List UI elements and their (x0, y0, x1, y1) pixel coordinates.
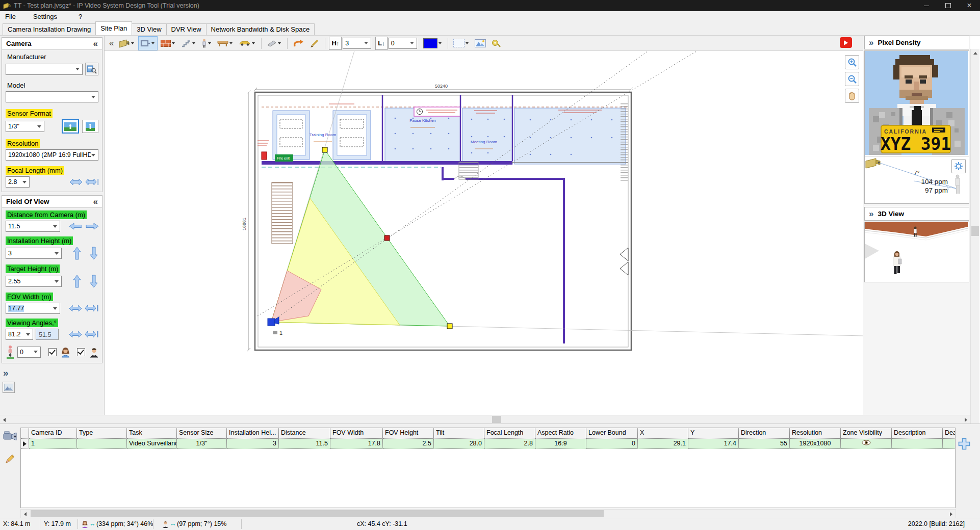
camera-search-button[interactable] (85, 63, 98, 75)
col-aspect-ratio[interactable]: Aspect Ratio (535, 428, 586, 439)
pan-button[interactable] (845, 89, 859, 103)
maximize-button[interactable] (937, 0, 959, 11)
site-plan-canvas[interactable]: 50240 16861 (105, 51, 863, 415)
orientation-portrait-button[interactable] (82, 120, 98, 133)
fov-handle-right[interactable] (447, 324, 452, 329)
scroll-right-button[interactable] (962, 415, 970, 424)
cell-tilt[interactable]: 28.0 (434, 439, 484, 449)
floor-plan-drawing[interactable]: 50240 16861 (105, 51, 863, 415)
person-tool-button[interactable] (199, 36, 214, 50)
cell-sensor-size[interactable]: 1/3" (177, 439, 227, 449)
scrollbar-thumb[interactable] (492, 416, 501, 423)
cell-lower-bound[interactable]: 0 (586, 439, 638, 449)
dropdown-icon[interactable] (131, 42, 134, 44)
collapse-left-icon[interactable] (93, 39, 98, 48)
tab-camera-installation-drawing[interactable]: Camera Installation Drawing (3, 23, 96, 35)
edit-list-tool-button[interactable] (4, 454, 15, 466)
camera-tool-button[interactable] (117, 36, 137, 50)
col-direction[interactable]: Direction (739, 428, 790, 439)
menu-file[interactable]: File (0, 11, 21, 22)
collapse-left-icon[interactable] (93, 197, 98, 206)
add-camera-button[interactable] (957, 437, 971, 453)
cell-dead[interactable] (943, 439, 955, 449)
pixel-density-header[interactable]: Pixel Density (864, 36, 969, 49)
3d-view-header[interactable]: 3D View (864, 207, 969, 221)
cell-aspect-ratio[interactable]: 16:9 (535, 439, 586, 449)
col-resolution[interactable]: Resolution (790, 428, 841, 439)
col-y[interactable]: Y (688, 428, 739, 439)
col-description[interactable]: Description (892, 428, 943, 439)
orientation-landscape-button[interactable] (62, 119, 79, 134)
col-installation-height[interactable]: Installation Hei... (227, 428, 279, 439)
cell-focal-length[interactable]: 2.8 (484, 439, 535, 449)
cell-direction[interactable]: 55 (739, 439, 790, 449)
cell-installation-height[interactable]: 3 (227, 439, 279, 449)
brush-tool-button[interactable] (307, 36, 322, 50)
background-image-button[interactable] (473, 36, 488, 50)
narrow-angle-arrow[interactable] (85, 331, 98, 338)
zoom-out-button[interactable] (845, 72, 859, 86)
scrollbar-thumb[interactable] (31, 510, 604, 517)
col-camera-id[interactable]: Camera ID (29, 428, 77, 439)
dropdown-icon[interactable] (151, 42, 154, 44)
raise-target-arrow[interactable] (73, 275, 81, 288)
manufacturer-select[interactable] (6, 64, 83, 75)
wall-tool-button[interactable] (138, 36, 158, 50)
target-height-select[interactable]: 2.55 (6, 276, 62, 287)
col-dead[interactable]: Dea (943, 428, 955, 439)
decrease-distance-arrow[interactable] (69, 223, 82, 230)
col-tilt[interactable]: Tilt (434, 428, 484, 439)
show-woman-checkbox[interactable] (48, 348, 57, 356)
camera-list-tool-button[interactable] (3, 430, 18, 445)
stairs-tool-button[interactable] (179, 36, 198, 50)
selection-tool-button[interactable] (451, 36, 472, 50)
cell-task[interactable]: Video Surveillance (127, 439, 177, 449)
col-lower-bound[interactable]: Lower Bound (586, 428, 638, 439)
dropdown-icon[interactable] (466, 42, 469, 44)
minimize-button[interactable] (916, 0, 937, 11)
tab-dvr-view[interactable]: DVR View (166, 23, 207, 35)
zoom-in-button[interactable] (845, 55, 859, 69)
resolution-select[interactable]: 1920x1080 (2MP 16:9 FullHD) (6, 149, 98, 161)
fov-width-select[interactable]: 17.77 (6, 303, 60, 314)
height-mode-button[interactable]: H (329, 37, 342, 50)
brick-wall-tool-button[interactable] (159, 36, 178, 50)
dropdown-icon[interactable] (439, 42, 442, 44)
col-type[interactable]: Type (77, 428, 127, 439)
col-distance[interactable]: Distance (279, 428, 330, 439)
measure-tool-button[interactable] (489, 36, 503, 50)
cell-distance[interactable]: 11.5 (279, 439, 330, 449)
cell-x[interactable]: 29.1 (638, 439, 688, 449)
level-mode-button[interactable]: L (375, 37, 387, 50)
widen-width-arrow[interactable] (69, 305, 82, 312)
table-row[interactable]: 1 Video Surveillance 1/3" 3 11.5 17.8 2.… (21, 439, 955, 449)
youtube-help-button[interactable] (840, 37, 852, 48)
cell-description[interactable] (892, 439, 943, 449)
increase-distance-arrow[interactable] (86, 223, 98, 230)
dropdown-icon[interactable] (252, 42, 255, 44)
collapse-right-icon[interactable] (869, 38, 873, 48)
col-x[interactable]: X (638, 428, 688, 439)
dropdown-icon[interactable] (172, 42, 175, 44)
dropdown-icon[interactable] (192, 42, 195, 44)
camera-1-marker[interactable] (268, 317, 279, 326)
cell-fov-width[interactable]: 17.8 (330, 439, 383, 449)
cell-resolution[interactable]: 1920x1080 (790, 439, 841, 449)
tab-site-plan[interactable]: Site Plan (95, 21, 132, 35)
cell-zone-visibility[interactable] (841, 439, 892, 449)
dropdown-icon[interactable] (229, 42, 233, 44)
cell-y[interactable]: 17.4 (688, 439, 739, 449)
raise-installation-arrow[interactable] (73, 247, 81, 260)
cell-fov-height[interactable]: 2.5 (383, 439, 434, 449)
furniture-tool-button[interactable] (215, 36, 236, 50)
fov-handle-top[interactable] (322, 147, 327, 152)
color-picker-button[interactable] (421, 36, 445, 50)
close-button[interactable]: × (959, 0, 980, 11)
scroll-up-button[interactable] (971, 49, 979, 58)
widen-angle-arrow[interactable] (69, 331, 82, 338)
tab-3d-view[interactable]: 3D View (132, 23, 166, 35)
menu-settings[interactable]: Settings (28, 11, 62, 22)
distance-select[interactable]: 11.5 (6, 221, 60, 232)
col-zone-visibility[interactable]: Zone Visibility (841, 428, 892, 439)
collapse-toolbar-button[interactable]: « (107, 36, 116, 50)
